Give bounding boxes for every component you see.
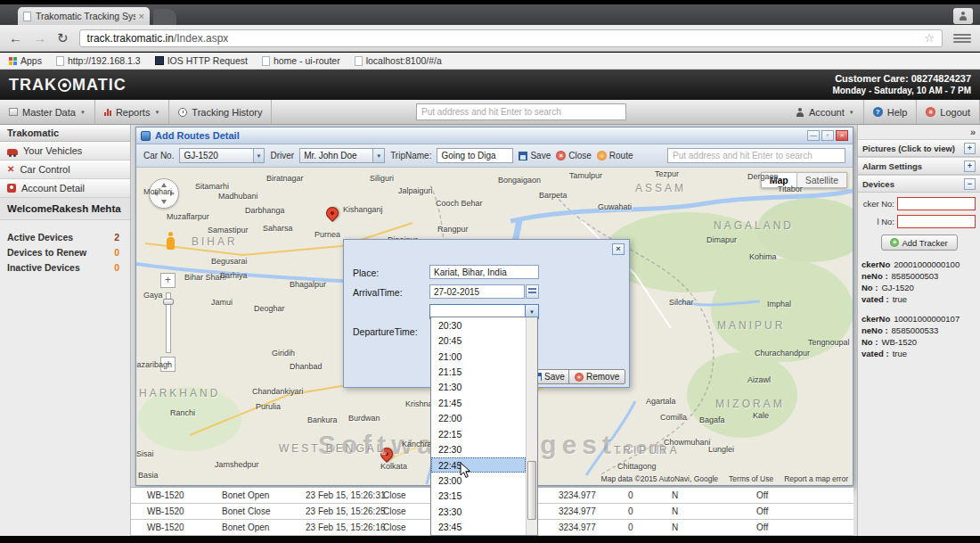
sidebar-item-label: Car Control <box>20 164 69 175</box>
scrollbar-thumb[interactable] <box>527 461 536 520</box>
bookmark-label: IOS HTTP Request <box>167 55 248 66</box>
maximize-button[interactable]: ▫ <box>821 130 834 141</box>
map-city-label: Dimapur <box>706 235 737 244</box>
bookmark-apps[interactable]: Apps <box>9 55 42 66</box>
time-option[interactable]: 23:00 <box>431 473 526 488</box>
nav-logout[interactable]: × Logout <box>917 100 980 124</box>
sidebar-item-label: Your Vehicles <box>23 145 82 156</box>
logo-suffix: MATIC <box>72 76 127 95</box>
time-option[interactable]: 23:30 <box>431 504 526 519</box>
tracker-no-input[interactable] <box>897 197 976 210</box>
pegman-icon[interactable] <box>167 237 175 250</box>
address-search-input[interactable] <box>416 103 626 120</box>
sidebar-item-your-vehicles[interactable]: Your Vehicles <box>0 142 130 160</box>
arrival-date-input[interactable] <box>429 284 525 299</box>
address-bar[interactable]: track.trakomatic.in /Index.aspx ☆ <box>79 29 943 47</box>
map-city-label: Ranchi <box>170 408 195 417</box>
sim-no-input[interactable] <box>897 215 976 228</box>
map-city-label: Sisai <box>136 449 154 458</box>
time-option[interactable]: 22:00 <box>431 411 526 426</box>
section-alarm-settings[interactable]: Alarm Settings + <box>858 157 980 175</box>
close-window-button[interactable]: × <box>836 130 848 141</box>
logo-prefix: TRAK <box>9 76 57 95</box>
place-input[interactable] <box>429 265 539 279</box>
calendar-button[interactable] <box>526 284 539 299</box>
bookmark-item[interactable]: IOS HTTP Request <box>155 55 248 66</box>
browser-profile-button[interactable] <box>953 8 973 24</box>
map-city-label: Tamulpur <box>569 171 602 180</box>
dialog-remove-button[interactable]: × Remove <box>568 369 625 384</box>
logo-target-icon <box>58 78 71 92</box>
route-button[interactable]: → Route <box>597 151 633 160</box>
car-no-select[interactable]: GJ-1520 ▼ <box>179 148 265 163</box>
dialog-remove-label: Remove <box>586 372 619 382</box>
close-button[interactable]: × Close <box>556 151 592 160</box>
time-option[interactable]: 21:00 <box>431 349 526 364</box>
page-icon <box>262 56 270 66</box>
page-icon <box>56 56 64 66</box>
device-line: No :WB-1520 <box>862 336 976 348</box>
nav-master-data[interactable]: Master Data ▼ <box>0 100 95 124</box>
bookmark-star-icon[interactable]: ☆ <box>924 31 935 45</box>
zoom-slider[interactable] <box>166 292 171 353</box>
map-city-label: Madhubani <box>218 192 258 201</box>
time-option[interactable]: 22:45 <box>431 457 526 473</box>
device-field-value: WB-1520 <box>881 336 917 348</box>
map-search-input[interactable] <box>667 148 845 163</box>
nav-help[interactable]: ? Help <box>864 100 918 124</box>
nav-reports[interactable]: Reports ▼ <box>95 100 169 124</box>
new-tab-button[interactable] <box>153 9 176 25</box>
report-error-link[interactable]: Report a map error <box>784 474 848 483</box>
device-field-label: vated : <box>862 293 889 305</box>
time-option[interactable]: 22:15 <box>431 426 526 441</box>
save-button[interactable]: Save <box>519 151 551 160</box>
time-option[interactable]: 20:45 <box>431 333 526 348</box>
bookmark-item[interactable]: http://192.168.1.3 <box>56 55 141 66</box>
add-tracker-button[interactable]: + Add Tracker <box>881 234 958 251</box>
section-devices[interactable]: Devices − <box>858 175 980 193</box>
browser-menu-button[interactable] <box>953 34 971 43</box>
map-attribution-bar: Map data ©2015 AutoNavi, Google Terms of… <box>601 474 848 483</box>
trip-name-input[interactable] <box>437 148 513 163</box>
nav-tracking-history[interactable]: Tracking History <box>169 100 272 124</box>
nav-label: Reports <box>116 107 151 118</box>
minimize-button[interactable]: — <box>807 130 820 141</box>
time-option[interactable]: 21:45 <box>431 395 526 410</box>
reload-button[interactable]: ↻ <box>57 31 69 45</box>
terms-link[interactable]: Terms of Use <box>729 474 773 483</box>
time-option[interactable]: 23:15 <box>431 489 526 504</box>
browser-tab[interactable]: Trakomatic Tracking Syste × <box>18 7 150 25</box>
time-option[interactable]: 22:30 <box>431 441 526 457</box>
bookmark-item[interactable]: localhost:8100/#/a <box>355 55 442 66</box>
expand-icon[interactable]: + <box>964 160 976 172</box>
driver-select[interactable]: Mr. John Doe ▼ <box>299 148 385 163</box>
dialog-close-button[interactable]: × <box>612 243 625 255</box>
section-pictures[interactable]: Pictures (Click to view) + <box>858 139 980 157</box>
zoom-in-button[interactable]: + <box>160 273 176 288</box>
stat-inactive-devices: Inactive Devices 0 <box>0 259 130 275</box>
device-line: ckerNo20001000000100 <box>862 259 976 270</box>
collapse-icon[interactable]: − <box>964 178 976 190</box>
panel-collapse-icon[interactable]: » <box>858 125 980 139</box>
device-field-label: No : <box>862 282 878 293</box>
time-option[interactable]: 20:30 <box>431 317 526 333</box>
sidebar-item-account-detail[interactable]: Account Detail <box>0 179 130 198</box>
nav-account[interactable]: Account ▼ <box>787 100 864 124</box>
time-option[interactable]: 23:45 <box>431 519 526 534</box>
expand-icon[interactable]: + <box>964 143 976 154</box>
dropdown-scrollbar[interactable] <box>526 317 537 535</box>
time-option[interactable]: 21:30 <box>431 380 526 395</box>
time-option[interactable]: 21:15 <box>431 364 526 379</box>
nav-left: Master Data ▼ Reports ▼ Tracking History <box>0 100 272 124</box>
modal-header[interactable]: Add Routes Detail — ▫ × <box>136 128 853 144</box>
satellite-view-button[interactable]: Satellite <box>797 172 847 188</box>
map-region-label: WEST BENGAL <box>279 442 385 455</box>
map-city-label: Basia <box>138 471 159 480</box>
tab-close-icon[interactable]: × <box>139 12 144 21</box>
zoom-knob[interactable] <box>163 299 174 305</box>
forward-button[interactable]: → <box>33 31 46 45</box>
bookmark-item[interactable]: home - ui-router <box>262 55 340 66</box>
sidebar-item-car-control[interactable]: ✕ Car Control <box>0 160 130 179</box>
back-button[interactable]: ← <box>9 31 22 45</box>
map-city-label: Chittagong <box>617 462 657 471</box>
